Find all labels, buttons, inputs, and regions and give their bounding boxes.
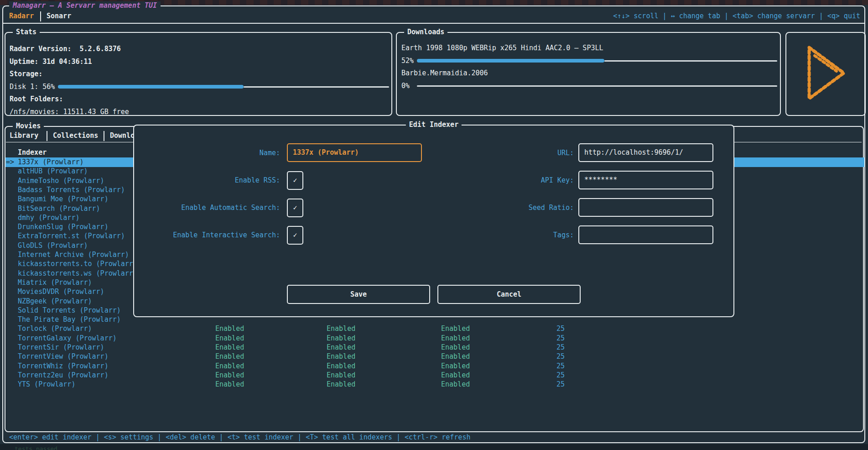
terminal-background-strip: tests passed — [0, 444, 868, 450]
indexer-name: Torlock (Prowlarr) — [18, 324, 135, 334]
indexer-name: Bangumi Moe (Prowlarr) — [18, 194, 135, 204]
enable-interactive-search-checkbox[interactable]: ✓ — [287, 226, 303, 245]
indexer-row[interactable]: TorrentView (Prowlarr)EnabledEnabledEnab… — [5, 352, 864, 361]
tab-library[interactable]: Library — [10, 131, 38, 140]
indexer-enabled-cell: Enabled — [441, 324, 470, 334]
enable-rss-label: Enable RSS: — [134, 176, 280, 184]
indexer-row[interactable]: Torrentz2eu (Prowlarr)EnabledEnabledEnab… — [5, 371, 864, 380]
indexer-name: TorrentGalaxy (Prowlarr) — [18, 334, 135, 343]
downloads-panel: Downloads Earth 1998 1080p WEBRip x265 H… — [396, 32, 781, 116]
logo-panel — [785, 32, 866, 116]
indexer-name: AnimeTosho (Prowlarr) — [18, 176, 135, 186]
indexer-row[interactable]: YTS (Prowlarr)EnabledEnabledEnabled25 — [5, 380, 864, 389]
indexer-enabled-cell: Enabled — [215, 324, 244, 334]
download-gauge-track — [604, 60, 777, 62]
indexer-enabled-cell: Enabled — [215, 361, 244, 371]
indexer-enabled-cell: Enabled — [215, 380, 244, 389]
checkmark-icon: ✓ — [293, 204, 297, 212]
background-ghost-text: tests passed — [15, 445, 57, 450]
indexer-enabled-cell: Enabled — [215, 334, 244, 343]
selection-arrow-icon: => — [6, 157, 14, 167]
tags-input[interactable] — [578, 225, 713, 244]
name-label: Name: — [134, 149, 280, 157]
api-key-input[interactable]: ******** — [578, 171, 713, 189]
movies-panel-title: Movies — [13, 122, 44, 130]
indexer-row[interactable]: TorrentSir (Prowlarr)EnabledEnabledEnabl… — [5, 343, 864, 352]
indexer-name: MoviesDVDR (Prowlarr) — [18, 287, 135, 297]
seed-ratio-label: Seed Ratio: — [426, 204, 574, 212]
save-button[interactable]: Save — [287, 285, 430, 304]
api-key-input-value: ******** — [584, 176, 617, 184]
indexer-name: Solid Torrents (Prowlarr) — [18, 306, 135, 315]
stats-rootfolders-heading: Root Folders: — [10, 95, 63, 103]
indexer-enabled-cell: Enabled — [215, 343, 244, 352]
download-item-percent: 0% — [401, 82, 410, 90]
enable-automatic-search-label: Enable Automatic Search: — [134, 204, 280, 212]
stats-version: Radarr Version: 5.2.6.8376 — [10, 45, 121, 53]
download-item-name: Earth 1998 1080p WEBRip x265 Hindi AAC2.… — [401, 44, 603, 52]
stats-disk-label: Disk 1: 56% — [10, 83, 55, 91]
api-key-label: API Key: — [426, 176, 574, 184]
cancel-button[interactable]: Cancel — [437, 285, 581, 304]
indexer-row[interactable]: Torlock (Prowlarr)EnabledEnabledEnabled2… — [5, 324, 864, 334]
checkmark-icon: ✓ — [293, 231, 297, 239]
disk-usage-gauge-fill — [58, 85, 244, 89]
indexer-enabled-cell: Enabled — [441, 380, 470, 389]
app-title: Managarr — A Servarr management TUI — [9, 1, 161, 10]
indexer-priority-cell: 25 — [525, 352, 565, 361]
indexer-enabled-cell: Enabled — [215, 352, 244, 361]
indexer-enabled-cell: Enabled — [441, 371, 470, 380]
indexer-name: YTS (Prowlarr) — [18, 380, 135, 389]
indexer-enabled-cell: Enabled — [327, 324, 355, 334]
indexer-enabled-cell: Enabled — [441, 352, 470, 361]
stats-storage-heading: Storage: — [10, 70, 42, 78]
enable-rss-checkbox[interactable]: ✓ — [287, 171, 303, 190]
disk-usage-gauge-track — [244, 86, 389, 88]
indexer-priority-cell: 25 — [525, 343, 565, 352]
tab-separator — [40, 11, 41, 21]
indexer-row[interactable]: TorrentWhiz (Prowlarr)EnabledEnabledEnab… — [5, 361, 864, 371]
seed-ratio-input[interactable] — [578, 198, 713, 217]
indexer-table-header: Indexer — [18, 148, 47, 157]
footer-keybind-hints: <enter> edit indexer | <s> settings | <d… — [9, 433, 470, 441]
indexer-name: Miatrix (Prowlarr) — [18, 278, 135, 288]
enable-automatic-search-checkbox[interactable]: ✓ — [287, 199, 303, 217]
indexer-enabled-cell: Enabled — [327, 361, 355, 371]
tab-radarr[interactable]: Radarr — [9, 12, 34, 20]
tags-label: Tags: — [426, 231, 574, 239]
indexer-name: Internet Archive (Prowlarr) — [18, 250, 135, 260]
stats-panel-title: Stats — [13, 28, 40, 36]
indexer-enabled-cell: Enabled — [215, 371, 244, 380]
indexer-name: dmhy (Prowlarr) — [18, 213, 135, 223]
indexer-priority-cell: 25 — [525, 324, 565, 334]
indexer-enabled-cell: Enabled — [327, 334, 355, 343]
indexer-name: NZBgeek (Prowlarr) — [18, 297, 135, 306]
indexer-name: 1337x (Prowlarr) — [18, 157, 135, 167]
url-input-value: http://localhost:9696/1/ — [584, 148, 683, 157]
indexer-enabled-cell: Enabled — [327, 352, 355, 361]
edit-indexer-modal: Edit Indexer Name: 1337x (Prowlarr) Enab… — [133, 125, 734, 317]
tab-separator — [47, 131, 47, 141]
indexer-name: BitSearch (Prowlarr) — [18, 204, 135, 214]
download-item-percent: 52% — [401, 57, 414, 65]
indexer-enabled-cell: Enabled — [441, 361, 470, 371]
url-input[interactable]: http://localhost:9696/1/ — [578, 143, 713, 162]
tab-collections[interactable]: Collections — [53, 131, 98, 140]
indexer-enabled-cell: Enabled — [327, 380, 355, 389]
downloads-panel-title: Downloads — [404, 28, 447, 36]
indexer-priority-cell: 25 — [525, 334, 565, 343]
indexer-name: TorrentSir (Prowlarr) — [18, 343, 135, 352]
indexer-row[interactable]: TorrentGalaxy (Prowlarr)EnabledEnabledEn… — [5, 334, 864, 343]
indexer-name: kickasstorrents.to (Prowlarr) — [18, 259, 135, 269]
indexer-enabled-cell: Enabled — [441, 334, 470, 343]
name-input[interactable]: 1337x (Prowlarr) — [287, 143, 422, 162]
edit-indexer-modal-title: Edit Indexer — [406, 120, 462, 129]
tab-sonarr[interactable]: Sonarr — [47, 12, 71, 20]
indexer-enabled-cell: Enabled — [441, 343, 470, 352]
stats-panel: Stats Radarr Version: 5.2.6.8376 Uptime:… — [5, 32, 392, 116]
indexer-priority-cell: 25 — [525, 380, 565, 389]
indexer-enabled-cell: Enabled — [327, 371, 355, 380]
indexer-name: altHUB (Prowlarr) — [18, 167, 135, 176]
tab-separator — [104, 131, 104, 141]
indexer-name: TorrentWhiz (Prowlarr) — [18, 361, 135, 371]
